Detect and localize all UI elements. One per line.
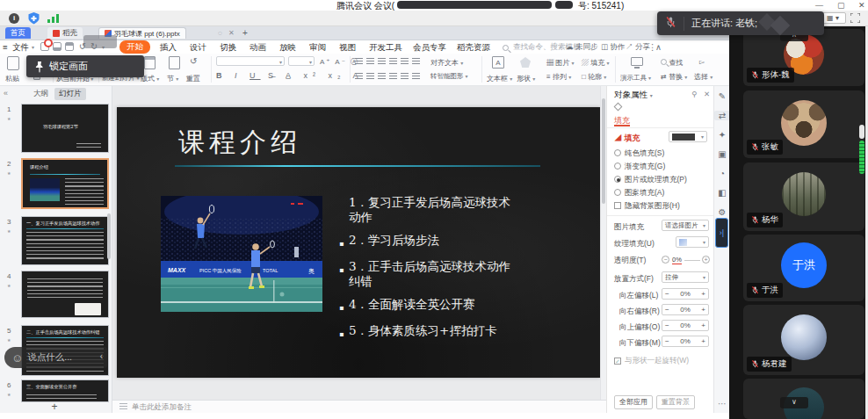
font-size-select[interactable]: ▾ (288, 56, 315, 66)
backup-icon[interactable]: ◧ (714, 188, 730, 198)
menu-start[interactable]: 开始 (119, 40, 150, 54)
picture-button[interactable]: ▦ 图片 ▾ (546, 58, 574, 68)
smart-graphic-button[interactable]: 转智能图形 ▾ (430, 72, 468, 81)
checkbox-hide-background[interactable]: 隐藏背景图形(H) (614, 201, 680, 212)
settings-icon[interactable]: ⚙ (714, 207, 730, 217)
pin-icon[interactable]: ⚲ (691, 90, 697, 98)
apply-all-button[interactable]: 全部应用 (614, 395, 653, 409)
arrange-button[interactable]: ≡ 排列 ▾ (546, 72, 571, 82)
add-slide-button[interactable]: + (46, 401, 63, 412)
menu-design[interactable]: 设计 (190, 42, 206, 54)
collapse-ribbon-icon[interactable]: ∧ (655, 42, 662, 52)
present-tools-icon[interactable] (631, 57, 643, 66)
find-button[interactable]: 查找 (661, 58, 683, 68)
menu-insert[interactable]: 插入 (160, 42, 177, 54)
collapse-chat-icon[interactable]: ‹ (96, 347, 107, 368)
slide-photo[interactable]: MAXX PICC 中国人民保险 TOTAL 奥 (161, 196, 322, 312)
text-box-button[interactable]: 文本框 ▾ (487, 74, 512, 83)
minimize-icon[interactable]: — (815, 1, 823, 10)
participant-tile[interactable]: 杨君建 (743, 305, 864, 375)
emoji-icon[interactable]: ☺ (11, 351, 23, 365)
font-family-select[interactable]: ▾ (216, 56, 285, 66)
collapse-panel-icon[interactable]: « (4, 89, 8, 98)
participant-tile[interactable]: 于洪 于洪 (743, 235, 864, 301)
slide-thumbnail-2[interactable]: 课程介绍 (21, 158, 109, 209)
info-icon[interactable]: i (9, 13, 19, 24)
menu-review[interactable]: 审阅 (309, 42, 326, 54)
more-tools-icon[interactable]: ⋯ (714, 399, 730, 408)
placement-select[interactable]: 拉伸▾ (662, 271, 709, 283)
radio-pattern-fill[interactable]: 图案填充(A) (614, 188, 664, 199)
menu-member[interactable]: 会员专享 (413, 42, 446, 54)
offset-left-stepper[interactable]: −0%+ (662, 288, 709, 300)
file-caret-icon[interactable]: ▾ (32, 44, 34, 50)
participant-tile[interactable]: 张敏 (743, 90, 864, 158)
replace-button[interactable]: ⇄ 替换 ▾ (661, 72, 687, 82)
shape-button[interactable]: 形状 ▾ (517, 74, 535, 83)
align-text-button[interactable]: 对齐文本 ▾ (430, 58, 463, 68)
canvas-scrollbar[interactable] (600, 86, 606, 400)
object-properties-icon[interactable]: ⇄ (714, 111, 730, 120)
shield-icon[interactable] (28, 12, 40, 25)
slide-thumbnail-1[interactable]: 羽毛球课程第2节 (21, 104, 109, 153)
tab-slides[interactable]: 幻灯片 (54, 88, 86, 100)
menu-transition[interactable]: 切换 (220, 42, 236, 54)
fill-button[interactable]: ▨ 填充 ▾ (582, 58, 609, 68)
close-panel-icon[interactable]: ✕ (704, 90, 710, 98)
chat-input-placeholder[interactable]: 说点什么... (27, 351, 72, 364)
offset-up-stepper[interactable]: −0%+ (662, 320, 709, 331)
list-bullet-icons[interactable] (355, 58, 423, 67)
fullscreen-icon[interactable] (850, 13, 860, 23)
close-icon[interactable]: ✕ (858, 1, 865, 10)
quick-chat-overlay[interactable]: ☺ 说点什么... ‹ (4, 347, 107, 368)
slide-thumbnail-3[interactable]: 一、复习正手发后场高远球技术动作 (21, 216, 109, 265)
slide-title[interactable]: 课程介绍 (178, 125, 301, 161)
participant-tile[interactable]: 杨华 (743, 163, 864, 231)
tab-close-icon[interactable]: ✕ (228, 29, 235, 37)
menu-animation[interactable]: 动画 (250, 42, 266, 54)
section-icon[interactable] (169, 56, 180, 69)
share-button[interactable]: ↗ 分享 (626, 42, 650, 53)
paste-icon[interactable] (7, 56, 19, 70)
panel-scrollbar[interactable] (107, 213, 111, 259)
picture-fill-select[interactable]: 请选择图片▾ (662, 220, 709, 231)
paste-button[interactable]: 粘贴 (5, 74, 19, 83)
font-grow-shrink-icons[interactable]: A⁺ A⁻ Ⓐ (320, 57, 359, 67)
offset-down-stepper[interactable]: −0%+ (662, 336, 709, 347)
collab-button[interactable]: ◫ 协作 (601, 42, 625, 53)
tab-home[interactable]: 首页 (5, 27, 31, 39)
print-icon[interactable] (65, 42, 74, 51)
toolbar-drag-overlay[interactable] (83, 35, 117, 48)
menu-slideshow[interactable]: 放映 (279, 42, 296, 54)
fill-preview-dropdown[interactable]: ▾ (669, 131, 707, 142)
radio-picture-fill[interactable]: 图片或纹理填充(P) (614, 175, 687, 185)
search-icon[interactable] (503, 45, 509, 51)
texture-fill-select[interactable]: ▾ (676, 236, 709, 248)
participant-scrollbar[interactable] (859, 125, 864, 139)
tab-outline[interactable]: 大纲 (33, 89, 48, 99)
tab-sync-icon[interactable]: ◌ (218, 29, 222, 37)
new-tab-icon[interactable]: + (242, 28, 248, 38)
tab-docer[interactable]: 稻壳 (47, 27, 83, 39)
menu-devtools[interactable]: 开发工具 (369, 42, 402, 54)
checkbox-rotate-with-shape[interactable]: ✓与形状一起旋转(W) (614, 356, 689, 366)
history-icon[interactable]: ◔ (714, 169, 730, 178)
menu-docer-res[interactable]: 稻壳资源 (457, 42, 490, 54)
cloud-sync-icon[interactable]: ☁ 未同步 (566, 42, 597, 53)
align-icons[interactable] (355, 73, 423, 82)
file-menu[interactable]: 文件 (12, 42, 29, 54)
menu-view[interactable]: 视图 (339, 42, 356, 54)
slide-thumbnail-4[interactable] (21, 271, 109, 318)
section-button[interactable]: 节 ▾ (167, 74, 178, 83)
slide-thumbnail-6[interactable]: 三、全面解读全英公开赛 (21, 379, 109, 402)
hamburger-icon[interactable]: ≡ (3, 42, 8, 52)
format-brush-icon[interactable]: ✎ (714, 91, 730, 101)
transparency-slider[interactable] (684, 260, 700, 261)
expand-panel-button[interactable]: ›| (715, 218, 728, 248)
fill-section-header[interactable]: ◢ 填充 (614, 133, 640, 144)
maximize-icon[interactable]: ▢ (837, 1, 845, 10)
network-signal-icon[interactable] (47, 14, 60, 23)
select-button[interactable]: ▻ (699, 58, 705, 66)
reset-background-button[interactable]: 重置背景 (656, 395, 695, 409)
current-slide[interactable]: 课程介绍 MAXX PICC 中国人民保险 TOTAL 奥 (117, 107, 600, 378)
